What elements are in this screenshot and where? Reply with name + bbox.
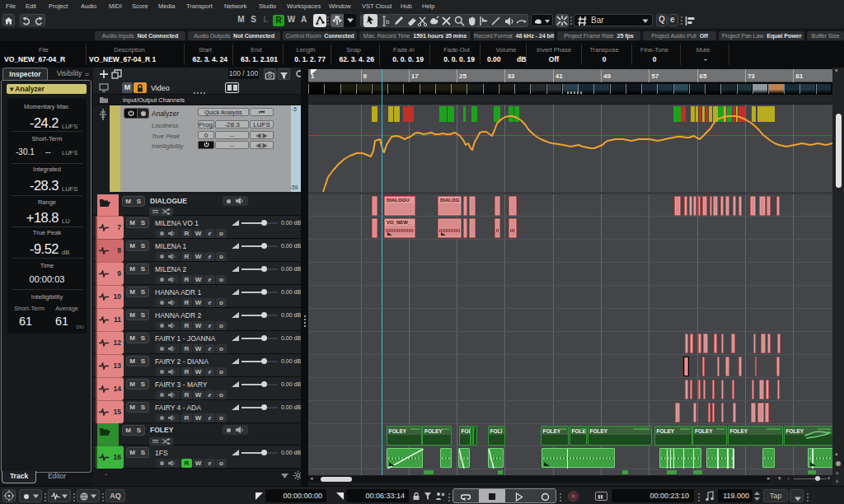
svg-text:b: b — [386, 18, 390, 26]
